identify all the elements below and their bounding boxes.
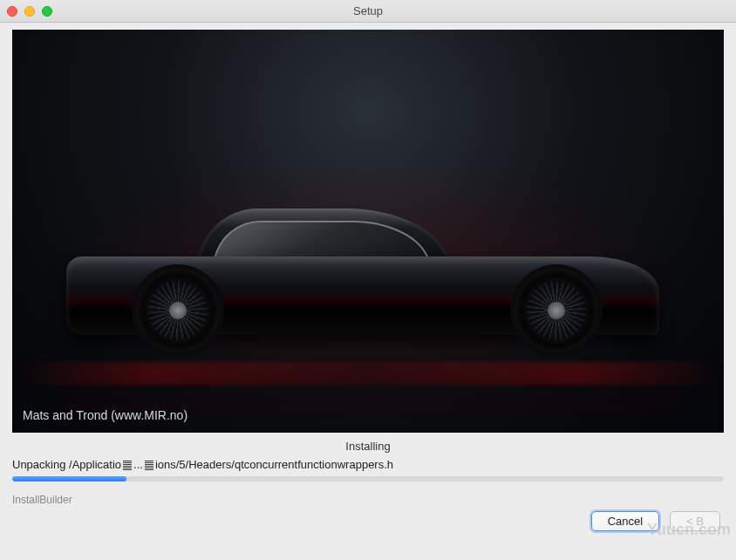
progress-bar [12,476,724,481]
car-illustration [66,213,659,344]
hero-credit: Mats and Trond (www.MIR.no) [23,408,187,422]
minimize-icon[interactable] [24,6,35,17]
titlebar: Setup [0,0,736,23]
unpack-prefix: Unpacking /Applicatio [12,458,121,471]
maximize-icon[interactable] [42,6,52,17]
traffic-lights [7,6,52,17]
unpack-suffix: ions/5/Headers/qtconcurrentfunctionwrapp… [155,458,393,471]
progress-fill [12,476,126,481]
cancel-button[interactable]: Cancel [591,511,659,531]
unpack-mid: ... [133,458,143,471]
close-icon[interactable] [7,6,17,17]
window-title: Setup [353,4,383,17]
unpack-path: Unpacking /Applicatio ... ions/5/Headers… [12,458,724,471]
ellipsis-icon [123,460,132,470]
hero-image: Mats and Trond (www.MIR.no) [12,30,724,433]
ellipsis-icon [145,460,153,470]
content-area: Mats and Trond (www.MIR.no) Installing U… [0,23,736,560]
footer-builder: InstallBuilder [12,494,724,506]
button-row: Cancel < B [12,511,724,531]
status-label: Installing [12,440,724,453]
status-area: Installing [12,440,724,453]
setup-window: Setup Mats and Trond (www.MIR.no) Instal… [0,0,736,560]
back-button: < B [670,511,720,531]
